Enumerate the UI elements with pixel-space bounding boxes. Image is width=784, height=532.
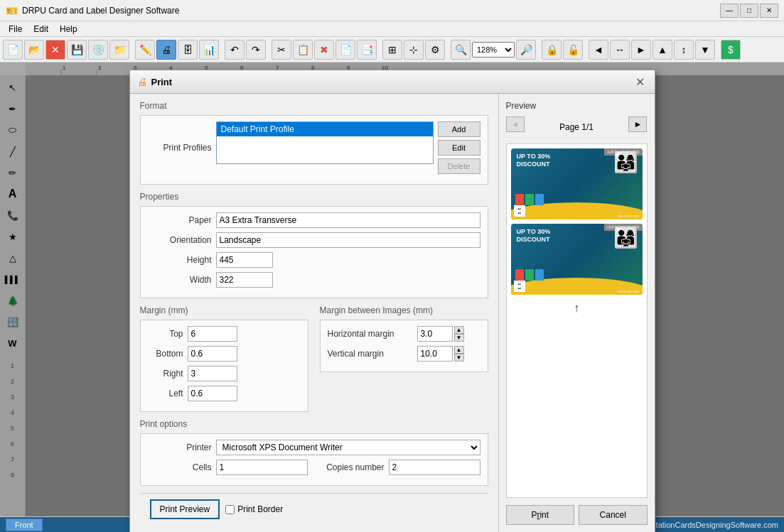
tb-save[interactable]: 💾 (67, 40, 87, 60)
tb-cut[interactable]: ✂ (272, 40, 291, 60)
width-label: Width (148, 275, 212, 285)
tb-lock[interactable]: 🔒 (542, 40, 562, 60)
print-border-checkbox[interactable] (225, 505, 235, 514)
tb-arrow-left[interactable]: ◄ (589, 40, 608, 60)
maximize-button[interactable]: □ (740, 4, 758, 18)
margin-right-label: Right (148, 369, 183, 379)
tb-unlock[interactable]: 🔓 (563, 40, 583, 60)
tb-arrow-up[interactable]: ▲ (653, 40, 672, 60)
menu-edit[interactable]: Edit (28, 23, 54, 36)
margin-left-input[interactable] (188, 386, 237, 401)
margin-images-col: Margin between Images (mm) Horizontal ma… (320, 305, 488, 419)
tb-zoom-in[interactable]: 🔍 (451, 40, 471, 60)
h-margin-spinner: ▲ ▼ (417, 326, 464, 342)
profiles-list[interactable]: Default Print Profile (216, 121, 434, 164)
copies-input[interactable] (389, 460, 480, 475)
cells-copies-row: Cells Copies number (148, 460, 480, 475)
profiles-label: Print Profiles (148, 143, 212, 153)
tb-db[interactable]: 🗄 (178, 40, 198, 60)
tb-grid[interactable]: ⊞ (382, 40, 402, 60)
zoom-select[interactable]: 128% (472, 42, 515, 58)
cells-label: Cells (148, 462, 212, 472)
height-input[interactable] (216, 252, 273, 268)
front-tab[interactable]: Front (6, 519, 43, 531)
print-preview-button[interactable]: Print Preview (150, 499, 220, 519)
v-margin-up-btn[interactable]: ▲ (454, 346, 464, 354)
menu-file[interactable]: File (3, 23, 28, 36)
title-bar: 🎫 DRPU Card and Label Designer Software … (0, 0, 784, 21)
cells-input[interactable] (216, 460, 308, 475)
cancel-button[interactable]: Cancel (579, 505, 648, 525)
margin-bottom-input[interactable] (188, 346, 237, 362)
preview-card-1: GIFT VOUCHER UP TO 30%DISCOUNT 👨‍👩‍👧 ▪▪▪… (511, 148, 643, 219)
tb-print[interactable]: 🖨 (156, 40, 176, 60)
tb-save2[interactable]: 💿 (88, 40, 108, 60)
tb-new[interactable]: 📄 (3, 40, 23, 60)
v-margin-down-btn[interactable]: ▼ (454, 354, 464, 362)
main-area: 1 2 3 4 5 6 7 8 9 10 (0, 63, 784, 516)
tb-delete[interactable]: ✖ (314, 40, 334, 60)
dialog-close-icon[interactable]: ✕ (633, 75, 648, 89)
tb-copy[interactable]: 📋 (293, 40, 313, 60)
dialog-overlay: 🖨 Print ✕ Format Print Profiles D (0, 63, 784, 516)
width-row: Width (148, 272, 480, 288)
menu-help[interactable]: Help (54, 23, 83, 36)
margin-top-input[interactable] (188, 326, 237, 342)
tb-arrow-down[interactable]: ▼ (695, 40, 715, 60)
tb-paste[interactable]: 📄 (335, 40, 355, 60)
tb-db2[interactable]: 📊 (199, 40, 219, 60)
tb-zoom-out[interactable]: 🔎 (516, 40, 536, 60)
tb-undo[interactable]: ↶ (225, 40, 245, 60)
tb-folder[interactable]: 📁 (109, 40, 129, 60)
next-page-button[interactable]: ► (628, 116, 647, 132)
margin-images-title: Margin between Images (mm) (320, 305, 488, 315)
tb-arrow-lr[interactable]: ↔ (610, 40, 630, 60)
profile-item-default[interactable]: Default Print Profile (217, 122, 433, 136)
card1-text: UP TO 30%DISCOUNT (517, 153, 551, 168)
prev-page-button[interactable]: ◄ (506, 116, 525, 132)
h-margin-down-btn[interactable]: ▼ (454, 334, 464, 342)
tb-align[interactable]: ⊹ (404, 40, 424, 60)
v-margin-label: Vertical margin (328, 349, 413, 359)
height-row: Height (148, 252, 480, 268)
copies-label: Copies number (321, 462, 385, 472)
profiles-row: Print Profiles Default Print Profile Add… (148, 121, 480, 174)
h-margin-up-btn[interactable]: ▲ (454, 326, 464, 334)
tb-edit[interactable]: ✏️ (135, 40, 155, 60)
tb-paste2[interactable]: 📑 (357, 40, 377, 60)
minimize-button[interactable]: — (720, 4, 739, 18)
tb-dollar[interactable]: $ (721, 40, 741, 60)
h-margin-input[interactable] (417, 326, 453, 342)
print-options-title: Print options (140, 419, 488, 429)
v-margin-input[interactable] (417, 346, 453, 362)
tb-redo[interactable]: ↷ (246, 40, 266, 60)
delete-profile-button[interactable]: Delete (438, 158, 480, 174)
close-button[interactable]: ✕ (760, 4, 778, 18)
printer-select[interactable]: Microsoft XPS Document Writer (216, 440, 480, 455)
profiles-buttons: Add Edit Delete (438, 121, 480, 174)
edit-profile-button[interactable]: Edit (438, 140, 480, 156)
dialog-icon: 🖨 (137, 76, 147, 87)
tb-close[interactable]: ✕ (45, 40, 65, 60)
orientation-input[interactable] (216, 232, 480, 248)
app-title: DRPU Card and Label Designer Software (22, 6, 720, 16)
tb-arrow-right[interactable]: ► (631, 40, 651, 60)
preview-card-2: GIFT VOUCHER UP TO 30%DISCOUNT 👨‍👩‍👧 ▪▪▪… (511, 224, 643, 295)
print-button[interactable]: Print (506, 505, 575, 525)
add-profile-button[interactable]: Add (438, 121, 480, 137)
tb-settings[interactable]: ⚙ (425, 40, 445, 60)
preview-cards-area: GIFT VOUCHER UP TO 30%DISCOUNT 👨‍👩‍👧 ▪▪▪… (506, 143, 648, 498)
orientation-row: Orientation (148, 232, 480, 248)
zoom-control[interactable]: 128% (472, 42, 515, 58)
width-input[interactable] (216, 272, 273, 288)
format-section: Print Profiles Default Print Profile Add… (140, 115, 488, 185)
v-margin-spinner: ▲ ▼ (417, 346, 464, 362)
paper-input[interactable] (216, 212, 480, 228)
dialog-title: Print (151, 77, 173, 87)
tb-open[interactable]: 📂 (24, 40, 44, 60)
preview-nav: ◄ Page 1/1 ► (506, 116, 648, 138)
margin-right-input[interactable] (188, 366, 237, 381)
tb-arrow-ud[interactable]: ↕ (674, 40, 694, 60)
margin-section: Margin (mm) Top Bottom (140, 305, 488, 419)
margin-left-col: Margin (mm) Top Bottom (140, 305, 308, 419)
